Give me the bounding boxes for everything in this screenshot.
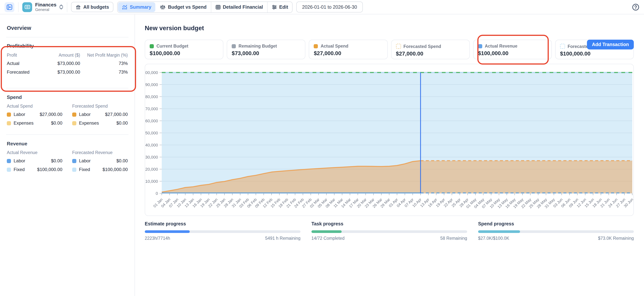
progress-task-progress: Task progress14/72 Completed58 Remaining <box>312 221 467 241</box>
profitability-panel: Profitability ProfitAmount ($)Net Profit… <box>7 37 128 88</box>
spend-group: Actual SpendLabor$27,000.00Expenses$0.00 <box>7 104 62 129</box>
budget-vs-spend-icon <box>160 4 166 10</box>
stat-cards-row: Current Budget$100,000.00Remaining Budge… <box>145 40 634 59</box>
progress-fill <box>312 230 342 233</box>
stat-card-label: Actual Spend <box>321 44 348 48</box>
group-title: Forecasted Spend <box>72 104 128 108</box>
legend-row: Fixed$100,000.00 <box>7 167 62 172</box>
tab-summary[interactable]: Summary <box>118 2 156 12</box>
y-tick-label: 80,000 <box>145 94 158 99</box>
all-budgets-label: All budgets <box>83 4 109 10</box>
stat-card-value: $100,000.00 <box>150 50 218 56</box>
cell: Actual <box>7 61 41 66</box>
legend-row: Labor$27,000.00 <box>7 112 62 117</box>
profitability-table: ProfitAmount ($)Net Profit Margin (%)Act… <box>7 53 128 75</box>
tab-budget-vs-spend[interactable]: Budget vs Spend <box>156 2 211 12</box>
cell: 73% <box>80 61 128 66</box>
forecast-spend-area <box>421 161 632 193</box>
spend-heading: Spend <box>7 94 128 100</box>
stat-card-label: Actual Revenue <box>485 44 518 48</box>
progress-right-label: $73.0K Remaining <box>598 236 634 241</box>
legend-row: Expenses$0.00 <box>72 120 128 126</box>
progress-track <box>312 230 467 233</box>
legend-swatch <box>72 121 76 125</box>
legend-row: Expenses$0.00 <box>7 120 62 126</box>
legend-row: Labor$0.00 <box>7 158 62 163</box>
main-panel: New version budget Add Transaction Curre… <box>135 14 644 296</box>
stat-card-value: $73,000.00 <box>232 50 300 56</box>
budget-selector-subtitle: General <box>35 7 56 12</box>
cell: $73,000.00 <box>41 69 80 75</box>
profitability-heading: Profitability <box>7 43 128 49</box>
date-range-value: 2026-01-01 to 2026-06-30 <box>302 4 357 10</box>
revenue-group: Forecasted RevenueLabor$0.00Fixed$100,00… <box>72 150 128 176</box>
edit-icon <box>272 4 277 10</box>
tab-detailed-financial[interactable]: Detailed Financial <box>211 2 268 12</box>
progress-title: Task progress <box>312 221 467 227</box>
stat-card-value: $100,000.00 <box>478 50 547 56</box>
collapse-sidebar-icon <box>6 4 12 10</box>
help-button[interactable] <box>632 3 640 11</box>
add-transaction-button[interactable]: Add Transaction <box>587 40 634 49</box>
legend-swatch <box>72 159 76 163</box>
legend-swatch <box>7 167 11 172</box>
progress-labels: $27.0K/$100.0K$73.0K Remaining <box>478 236 634 241</box>
y-tick-label: 40,000 <box>145 143 158 147</box>
stat-card-label-row: Actual Spend <box>314 44 383 48</box>
tab-label: Summary <box>130 4 151 10</box>
column-header: Profit <box>7 53 41 57</box>
toolbar-divider <box>67 2 68 12</box>
stat-card-actual-spend: Actual Spend$27,000.00 <box>309 40 388 59</box>
legend-value: $0.00 <box>51 158 62 163</box>
legend-label: Labor <box>14 112 25 117</box>
stat-card-label-row: Actual Revenue <box>478 44 547 48</box>
y-tick-label: 90,000 <box>145 82 158 87</box>
legend-row: Labor$0.00 <box>72 158 128 163</box>
stat-card-swatch <box>150 44 154 48</box>
spend-panel: Spend Actual SpendLabor$27,000.00Expense… <box>7 88 128 134</box>
revenue-group: Actual RevenueLabor$0.00Fixed$100,000.00 <box>7 150 62 176</box>
collapse-sidebar-button[interactable] <box>4 2 14 12</box>
group-title: Actual Spend <box>7 104 62 108</box>
finances-app-icon <box>22 2 32 12</box>
progress-track <box>478 230 634 233</box>
budget-selector-title: Finances <box>35 2 56 7</box>
stat-card-value: $27,000.00 <box>314 50 383 56</box>
chevron-up-down-icon <box>60 4 63 9</box>
stat-card-label-row: Forecasted Spend <box>396 44 465 49</box>
all-budgets-button[interactable]: All budgets <box>71 2 114 12</box>
legend-value: $0.00 <box>116 120 128 126</box>
progress-title: Estimate progress <box>145 221 300 227</box>
tab-edit[interactable]: Edit <box>268 2 292 12</box>
legend-label: Labor <box>79 112 90 117</box>
legend-label: Labor <box>14 158 25 163</box>
stat-card-forecasted-spend: Forecasted Spend$27,000.00 <box>391 40 470 59</box>
cell: Forecasted <box>7 69 41 75</box>
stat-card-label: Remaining Budget <box>238 44 277 48</box>
legend-label: Fixed <box>14 167 25 172</box>
profitability-row: Forecasted$73,000.0073% <box>7 69 128 75</box>
legend-value: $0.00 <box>51 120 62 126</box>
stat-card-swatch <box>232 44 236 48</box>
budget-selector[interactable]: Finances General <box>22 2 63 12</box>
cell: 73% <box>80 69 128 75</box>
legend-value: $100,000.00 <box>102 167 128 172</box>
revenue-panel: Revenue Actual RevenueLabor$0.00Fixed$10… <box>7 135 128 181</box>
progress-track <box>145 230 300 233</box>
y-tick-label: 60,000 <box>145 119 158 123</box>
sidebar-title: Overview <box>7 25 128 31</box>
stat-card-label: Current Budget <box>156 44 188 48</box>
legend-label: Expenses <box>14 120 34 126</box>
progress-right-label: 5491 h Remaining <box>265 236 300 241</box>
stat-card-label-row: Remaining Budget <box>232 44 300 48</box>
bank-icon <box>76 4 81 10</box>
cell: $73,000.00 <box>41 61 80 66</box>
revenue-heading: Revenue <box>7 141 128 146</box>
legend-swatch <box>72 167 76 172</box>
profitability-header-row: ProfitAmount ($)Net Profit Margin (%) <box>7 53 128 57</box>
date-range-input[interactable]: 2026-01-01 to 2026-06-30 <box>296 1 363 12</box>
legend-value: $100,000.00 <box>37 167 62 172</box>
legend-label: Labor <box>79 158 90 163</box>
y-tick-label: 20,000 <box>145 167 158 172</box>
progress-left-label: $27.0K/$100.0K <box>478 236 509 241</box>
